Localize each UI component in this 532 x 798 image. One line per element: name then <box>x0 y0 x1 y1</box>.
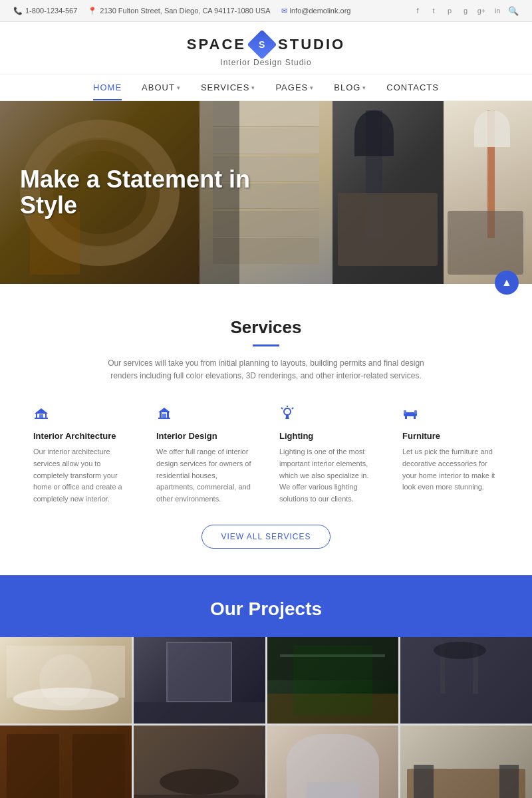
hero-headline-line2: Style <box>20 192 77 219</box>
projects-divider-arrow <box>253 620 279 632</box>
email-info: ✉ info@demolink.org <box>281 7 351 15</box>
nav-label-contacts: CONTACTS <box>386 82 439 92</box>
nav-label-about: ABOUT <box>142 82 175 92</box>
service-desc-architecture: Our interior architecture services allow… <box>33 446 130 505</box>
project-detail-5 <box>0 726 132 798</box>
hero-col-4 <box>444 101 532 284</box>
nav-item-about[interactable]: ABOUT ▾ <box>142 82 181 92</box>
service-desc-lighting: Lighting is one of the most important in… <box>279 446 376 505</box>
nav-label-pages: PAGES <box>275 82 308 92</box>
services-description: Our services will take you from initial … <box>100 357 432 382</box>
svg-rect-19 <box>404 410 406 414</box>
service-desc-furniture: Let us pick the furniture and decorative… <box>402 446 499 493</box>
hero-headline-line1: Make a Statement in <box>20 166 250 193</box>
email-text: info@demolink.org <box>290 7 351 15</box>
nav-item-home[interactable]: HOME <box>93 82 122 92</box>
service-name-furniture: Furniture <box>402 431 499 441</box>
projects-section: Our Projects <box>0 575 532 620</box>
project-thumb-3[interactable] <box>267 637 399 724</box>
project-detail-8 <box>400 726 532 798</box>
logo-badge: S <box>247 29 277 59</box>
chevron-down-icon: ▾ <box>251 84 255 91</box>
brand-row: SPACE S STUDIO <box>13 34 519 55</box>
phone-icon: 📞 <box>13 7 23 15</box>
location-icon: 📍 <box>88 7 97 15</box>
service-item-design: Interior Design We offer full range of i… <box>150 406 259 505</box>
hero-section: Make a Statement in Style <box>0 101 532 284</box>
nav-label-home: HOME <box>93 82 122 92</box>
contact-info: 📞 1-800-1234-567 📍 2130 Fulton Street, S… <box>13 7 350 15</box>
brand-tagline: Interior Design Studio <box>13 58 519 67</box>
project-thumb-2[interactable] <box>134 637 265 724</box>
svg-rect-12 <box>285 418 289 419</box>
project-thumb-1[interactable] <box>0 637 132 724</box>
project-detail-7 <box>267 726 399 798</box>
pinterest-icon[interactable]: p <box>444 5 455 16</box>
social-links: f t p g g+ in 🔍 <box>412 5 519 16</box>
project-thumb-4[interactable] <box>400 637 532 724</box>
top-bar: 📞 1-800-1234-567 📍 2130 Fulton Street, S… <box>0 0 532 22</box>
project-thumb-5[interactable] <box>0 726 132 798</box>
brand-name-part1: SPACE <box>187 36 246 53</box>
svg-marker-9 <box>158 408 170 412</box>
architecture-icon <box>33 406 130 426</box>
scroll-up-button[interactable]: ▲ <box>495 271 519 295</box>
hero-headline: Make a Statement in Style <box>20 166 250 219</box>
project-thumb-6[interactable] <box>134 726 265 798</box>
furniture-icon <box>402 406 499 426</box>
services-grid: Interior Architecture Our interior archi… <box>27 406 505 505</box>
service-name-design: Interior Design <box>156 431 253 441</box>
project-thumb-8[interactable] <box>400 726 532 798</box>
svg-marker-3 <box>35 408 48 414</box>
service-item-architecture: Interior Architecture Our interior archi… <box>27 406 136 505</box>
nav-item-contacts[interactable]: CONTACTS <box>386 82 439 92</box>
service-desc-design: We offer full range of interior design s… <box>156 446 253 505</box>
hero-col-3 <box>332 101 444 284</box>
svg-rect-11 <box>286 415 289 418</box>
services-divider <box>253 344 279 346</box>
hero-text: Make a Statement in Style <box>20 166 250 219</box>
lighting-icon <box>279 406 376 426</box>
search-icon[interactable]: 🔍 <box>508 6 519 16</box>
design-icon <box>156 406 253 426</box>
phone-info: 📞 1-800-1234-567 <box>13 7 77 15</box>
service-item-lighting: Lighting Lighting is one of the most imp… <box>273 406 382 505</box>
project-detail-3 <box>267 637 399 724</box>
nav-label-blog: BLOG <box>334 82 360 92</box>
facebook-icon[interactable]: f <box>412 5 423 16</box>
project-detail-4 <box>400 637 532 724</box>
nav-item-pages[interactable]: PAGES ▾ <box>275 82 314 92</box>
phone-number: 1-800-1234-567 <box>25 7 77 15</box>
nav-item-blog[interactable]: BLOG ▾ <box>334 82 366 92</box>
address-text: 2130 Fulton Street, San Diego, CA 94117-… <box>100 7 270 15</box>
svg-line-15 <box>292 408 293 409</box>
projects-grid <box>0 637 532 798</box>
view-all-services-button[interactable]: View All Services <box>201 525 330 549</box>
service-name-architecture: Interior Architecture <box>33 431 130 441</box>
svg-rect-4 <box>39 414 43 418</box>
address-info: 📍 2130 Fulton Street, San Diego, CA 9411… <box>88 7 270 15</box>
projects-arrow-container <box>0 620 532 637</box>
nav-item-services[interactable]: SERVICES ▾ <box>201 82 256 92</box>
email-icon: ✉ <box>281 7 287 15</box>
chevron-down-icon: ▾ <box>362 84 366 91</box>
googleplus-icon[interactable]: g+ <box>476 5 487 16</box>
main-navigation: HOME ABOUT ▾ SERVICES ▾ PAGES ▾ BLOG ▾ C… <box>0 74 532 101</box>
services-title: Services <box>27 317 505 338</box>
projects-title: Our Projects <box>13 598 519 620</box>
linkedin-icon[interactable]: in <box>492 5 503 16</box>
svg-rect-5 <box>158 418 170 419</box>
svg-line-14 <box>281 408 283 409</box>
service-name-lighting: Lighting <box>279 431 376 441</box>
logo-header: SPACE S STUDIO Interior Design Studio <box>0 22 532 74</box>
twitter-icon[interactable]: t <box>428 5 439 16</box>
nav-label-services: SERVICES <box>201 82 250 92</box>
svg-rect-0 <box>35 418 48 419</box>
google-icon[interactable]: g <box>460 5 471 16</box>
services-section: Services Our services will take you from… <box>0 284 532 575</box>
svg-rect-18 <box>414 416 416 419</box>
chevron-down-icon: ▾ <box>177 84 181 91</box>
project-detail-2 <box>134 637 265 724</box>
project-thumb-7[interactable] <box>267 726 399 798</box>
service-item-furniture: Furniture Let us pick the furniture and … <box>396 406 505 505</box>
